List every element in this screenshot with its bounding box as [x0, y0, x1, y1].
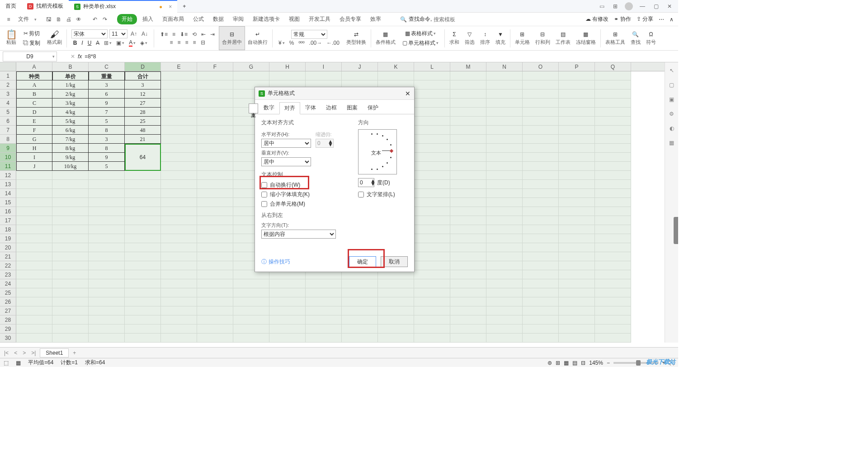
cell[interactable] — [595, 171, 631, 180]
cell[interactable] — [595, 270, 631, 279]
cell[interactable] — [161, 162, 197, 171]
col-header[interactable]: G — [233, 62, 269, 71]
cell[interactable] — [559, 297, 595, 306]
shrink-checkbox[interactable]: 缩小字体填充(K) — [261, 191, 349, 198]
cell[interactable] — [161, 71, 197, 80]
cell[interactable] — [523, 89, 559, 99]
cell[interactable] — [197, 117, 233, 126]
mode-icon[interactable]: ▦ — [16, 360, 21, 366]
tab-protect[interactable]: 保护 — [363, 102, 383, 114]
cell[interactable] — [595, 153, 631, 162]
align-center-icon[interactable]: ≡ — [176, 38, 182, 47]
cell[interactable] — [197, 89, 233, 99]
cell[interactable] — [486, 216, 523, 225]
type-convert-icon[interactable]: ⇄ — [353, 31, 360, 38]
cell[interactable] — [306, 334, 342, 343]
cell[interactable] — [486, 252, 523, 261]
cell[interactable] — [414, 126, 450, 135]
cell[interactable] — [89, 261, 125, 270]
sort-icon[interactable]: ↕ — [481, 31, 489, 38]
cell[interactable] — [197, 243, 233, 252]
minimize-button[interactable]: — — [637, 1, 648, 11]
cell[interactable]: 1/kg — [52, 80, 89, 89]
cell[interactable] — [125, 288, 161, 297]
indent-spinner[interactable]: ▲▼ — [316, 139, 334, 148]
cell[interactable] — [161, 234, 197, 243]
cell[interactable]: 12 — [125, 89, 161, 99]
cell[interactable] — [486, 180, 523, 189]
cell[interactable] — [52, 234, 89, 243]
cell[interactable] — [486, 207, 523, 216]
cell[interactable] — [559, 270, 595, 279]
cell[interactable]: I — [16, 153, 52, 162]
cell[interactable] — [52, 288, 89, 297]
cell[interactable] — [414, 162, 450, 171]
cell[interactable] — [595, 216, 631, 225]
hamburger-icon[interactable]: ≡ — [5, 15, 13, 24]
font-size-select[interactable]: 11 — [109, 29, 127, 38]
cell[interactable] — [16, 243, 52, 252]
cell[interactable] — [161, 270, 197, 279]
col-header[interactable]: P — [559, 62, 595, 71]
cell[interactable] — [89, 324, 125, 334]
rowcol-icon[interactable]: ⊟ — [539, 31, 546, 38]
cell[interactable] — [125, 198, 161, 207]
cloud-changes[interactable]: ☁ 有修改 — [585, 15, 609, 23]
align-right-icon[interactable]: ≡ — [184, 38, 190, 47]
cell[interactable] — [414, 225, 450, 234]
cell[interactable] — [125, 252, 161, 261]
cell[interactable] — [559, 180, 595, 189]
cell[interactable]: 合计 — [125, 71, 161, 80]
distribute-icon[interactable]: ⊟ — [199, 38, 207, 47]
cell[interactable] — [197, 198, 233, 207]
cell[interactable]: C — [16, 99, 52, 108]
cell[interactable] — [197, 261, 233, 270]
cell[interactable]: 21 — [125, 135, 161, 144]
cell[interactable] — [523, 297, 559, 306]
cell[interactable] — [414, 180, 450, 189]
view-icon-1[interactable]: ⊚ — [547, 360, 552, 366]
close-tab-icon[interactable]: × — [169, 4, 172, 10]
decrease-indent-icon[interactable]: ⇤ — [200, 30, 207, 38]
cell[interactable] — [486, 135, 523, 144]
cell[interactable] — [89, 334, 125, 343]
cell[interactable] — [523, 80, 559, 89]
cell[interactable] — [306, 279, 342, 288]
row-header[interactable]: 22 — [0, 261, 16, 270]
cell[interactable]: 3 — [89, 135, 125, 144]
cell[interactable] — [52, 171, 89, 180]
cell[interactable] — [486, 288, 523, 297]
sheet-nav-last-icon[interactable]: >| — [30, 350, 37, 356]
cell[interactable]: 种类 — [16, 71, 52, 80]
cell[interactable] — [450, 288, 486, 297]
row-header[interactable]: 18 — [0, 225, 16, 234]
cell[interactable] — [89, 234, 125, 243]
cell[interactable] — [559, 144, 595, 153]
cell[interactable] — [595, 144, 631, 153]
cell[interactable] — [523, 288, 559, 297]
cond-format-icon[interactable]: ▦ — [382, 31, 389, 38]
row-header[interactable]: 11 — [0, 162, 16, 171]
underline-button[interactable]: U — [86, 39, 93, 47]
cell[interactable] — [197, 225, 233, 234]
cell[interactable] — [559, 261, 595, 270]
cell[interactable] — [16, 252, 52, 261]
cell[interactable] — [559, 225, 595, 234]
cell[interactable]: 3 — [89, 80, 125, 89]
cell[interactable] — [125, 225, 161, 234]
panel-icon-3[interactable]: ◐ — [668, 125, 675, 132]
cell[interactable] — [414, 135, 450, 144]
cell[interactable] — [523, 135, 559, 144]
menu-newtab[interactable]: 新建选项卡 — [249, 14, 283, 25]
cell[interactable] — [595, 252, 631, 261]
cell[interactable] — [414, 261, 450, 270]
cancel-formula-icon[interactable]: ✕ — [71, 53, 75, 60]
cell[interactable] — [16, 234, 52, 243]
col-header[interactable]: B — [52, 62, 89, 71]
cell[interactable] — [161, 171, 197, 180]
cell[interactable] — [125, 270, 161, 279]
col-header[interactable]: E — [161, 62, 197, 71]
cell[interactable] — [523, 234, 559, 243]
cell[interactable]: 6 — [89, 89, 125, 99]
cell[interactable] — [161, 334, 197, 343]
